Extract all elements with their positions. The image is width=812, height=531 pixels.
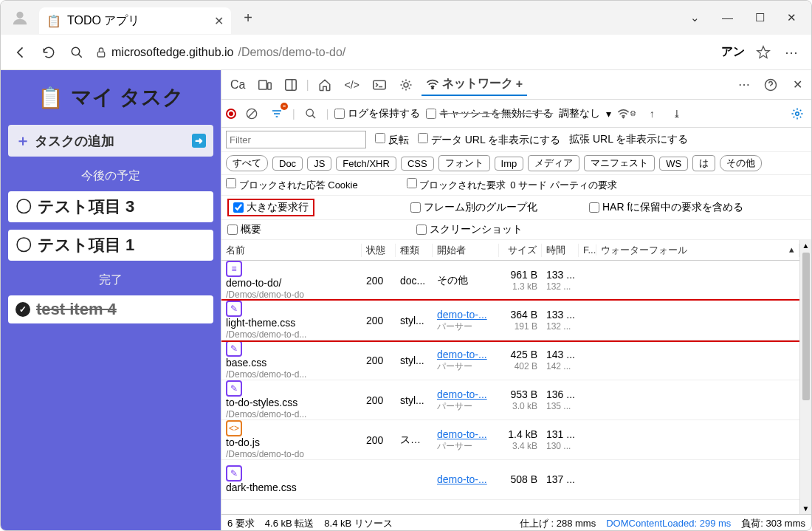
close-tab-icon[interactable]: ✕ xyxy=(214,14,224,28)
filter-pill[interactable]: マニフェスト xyxy=(584,155,655,171)
har-checkbox[interactable]: HAR fに保留中の要求を含める xyxy=(589,201,743,214)
filter-pill[interactable]: CSS xyxy=(401,157,434,171)
filter-pill[interactable]: JS xyxy=(307,157,331,171)
third-party-label: 0 サード パーティの要求 xyxy=(510,179,616,192)
dropdown-icon[interactable]: ▾ xyxy=(606,108,611,120)
url-path: /Demos/demo-to-do/ xyxy=(238,46,345,59)
elements-icon[interactable]: </> xyxy=(340,76,364,94)
initiator-link[interactable]: demo-to-... xyxy=(437,428,487,440)
th-size[interactable]: サイズ xyxy=(499,244,542,257)
submit-icon[interactable]: ➜ xyxy=(192,134,206,148)
initiator-link[interactable]: demo-to-... xyxy=(437,388,487,400)
task-label: テスト項目 1 xyxy=(38,234,134,256)
profile-label[interactable]: アン xyxy=(721,44,745,60)
url-display[interactable]: microsoftedge.github.io/Demos/demo-to-do… xyxy=(95,46,712,59)
search-button[interactable] xyxy=(67,43,86,62)
hide-data-checkbox[interactable]: データ URL を非表示にする xyxy=(418,133,560,147)
new-tab-button[interactable]: + xyxy=(238,8,258,27)
refresh-button[interactable] xyxy=(39,43,58,62)
filter-pill[interactable]: メディア xyxy=(528,155,579,171)
filter-toggle[interactable]: × xyxy=(267,104,286,123)
invert-label: 反転 xyxy=(388,134,409,145)
screenshots-checkbox[interactable]: スクリーンショット xyxy=(416,223,523,236)
console-icon[interactable] xyxy=(368,77,390,93)
settings-icon[interactable] xyxy=(788,104,807,123)
table-row[interactable]: ≡demo-to-do//Demos/demo-to-do200doc...その… xyxy=(221,261,799,301)
table-row[interactable]: ✎to-do-styles.css/Demos/demo-to-d...200s… xyxy=(221,380,799,420)
th-name[interactable]: 名前 xyxy=(221,244,362,257)
filter-pill[interactable]: フォント xyxy=(438,155,490,171)
filter-pill[interactable]: は xyxy=(692,155,715,171)
task-item[interactable]: 〇テスト項目 1 xyxy=(8,230,213,261)
help-icon[interactable] xyxy=(761,75,780,95)
invert-checkbox[interactable]: 反転 xyxy=(375,133,409,147)
download-icon[interactable]: ⤓ xyxy=(667,104,687,123)
table-row[interactable]: ✎dark-theme.cssdemo-to-...508 B137 ... xyxy=(221,460,799,500)
table-row[interactable]: ✎base.css/Demos/demo-to-d...200styl...de… xyxy=(221,340,799,380)
sources-icon[interactable] xyxy=(395,75,417,95)
th-time[interactable]: 時間 xyxy=(542,244,579,257)
cell-initiator: demo-to-...パーサー xyxy=(433,425,499,454)
th-waterfall[interactable]: ウォーターフォール▴ xyxy=(596,244,799,257)
search-network-icon[interactable] xyxy=(301,104,320,123)
minimize-icon[interactable]: — xyxy=(722,11,733,24)
tab-ca[interactable]: Ca xyxy=(226,75,250,95)
device-icon[interactable] xyxy=(254,77,276,93)
menu-button[interactable]: ⋯ xyxy=(782,43,801,62)
favorite-button[interactable] xyxy=(754,43,773,62)
task-item-done[interactable]: ✓test item 4 xyxy=(8,295,213,323)
type-filters: すべて Doc JS Fetch/XHR CSS フォント Imp メディア マ… xyxy=(221,152,811,175)
filter-pill[interactable]: Doc xyxy=(272,157,303,171)
cell-initiator: その他 xyxy=(433,271,499,290)
initiator-link[interactable]: demo-to-... xyxy=(437,349,487,360)
back-button[interactable] xyxy=(11,43,30,62)
maximize-icon[interactable]: ☐ xyxy=(755,11,765,24)
task-label: テスト項目 3 xyxy=(38,196,134,218)
group-frame-checkbox[interactable]: フレーム別のグループ化 xyxy=(410,201,537,214)
large-rows-checkbox[interactable]: 大きな要求行 xyxy=(233,201,309,214)
wifi-icon[interactable]: ⚙ xyxy=(617,104,636,123)
tab-network[interactable]: ネットワーク + xyxy=(422,73,527,96)
initiator-link[interactable]: demo-to-... xyxy=(437,473,487,485)
initiator-link[interactable]: demo-to-... xyxy=(437,309,487,321)
filter-pill[interactable]: Imp xyxy=(495,157,524,171)
filter-pill[interactable]: WS xyxy=(659,157,688,171)
record-button[interactable] xyxy=(226,109,236,119)
th-status[interactable]: 状態 xyxy=(362,244,396,257)
filter-pill[interactable]: Fetch/XHR xyxy=(336,157,396,171)
cell-f xyxy=(579,278,596,284)
scroll-down-icon[interactable]: ▼ xyxy=(802,504,810,513)
overview-label: 概要 xyxy=(241,223,261,236)
clear-button[interactable] xyxy=(242,104,261,123)
filter-input[interactable] xyxy=(226,131,366,148)
blocked-cookies-checkbox[interactable]: ブロックされた応答 Cookie xyxy=(226,178,358,192)
home-icon[interactable] xyxy=(314,75,336,95)
filter-pill[interactable]: その他 xyxy=(720,155,762,171)
preserve-log-checkbox[interactable]: ログを保持する xyxy=(334,107,420,120)
th-type[interactable]: 種類 xyxy=(396,244,433,257)
overview-checkbox[interactable]: 概要 xyxy=(227,223,261,236)
upload-icon[interactable]: ↑ xyxy=(642,104,661,123)
caret-down-icon[interactable]: ⌄ xyxy=(690,11,700,24)
close-window-icon[interactable]: ✕ xyxy=(787,11,796,24)
scrollbar[interactable]: ▲ ▼ xyxy=(799,240,811,514)
th-initiator[interactable]: 開始者 xyxy=(433,244,499,257)
scroll-up-icon[interactable]: ▲ xyxy=(802,241,810,250)
browser-tab[interactable]: 📋 TODO アプリ ✕ xyxy=(39,7,231,34)
blocked-requests-checkbox[interactable]: ブロックされた要求 xyxy=(407,178,506,192)
disable-cache-checkbox[interactable]: キャッシュを無効にする xyxy=(426,107,553,120)
th-f[interactable]: F... xyxy=(579,244,596,256)
dock-icon[interactable] xyxy=(281,76,301,94)
more-tools-icon[interactable]: ⋯ xyxy=(734,75,754,95)
filter-pill[interactable]: すべて xyxy=(226,155,268,171)
table-row[interactable]: ✎light-theme.css/Demos/demo-to-d...200st… xyxy=(221,301,799,340)
svg-rect-5 xyxy=(286,79,296,89)
profile-avatar[interactable] xyxy=(8,6,32,30)
table-row[interactable]: <>to-do.js/Demos/demo-to-do200スクリプトdemo-… xyxy=(221,420,799,460)
task-item[interactable]: 〇テスト項目 3 xyxy=(8,191,213,222)
scrollbar-thumb[interactable] xyxy=(802,253,810,400)
close-devtools-icon[interactable]: ✕ xyxy=(788,75,807,95)
throttle-select[interactable]: 調整なし xyxy=(559,107,600,120)
add-task-button[interactable]: ＋ タスクの追加 ➜ xyxy=(8,125,213,157)
circle-icon: 〇 xyxy=(16,196,32,218)
